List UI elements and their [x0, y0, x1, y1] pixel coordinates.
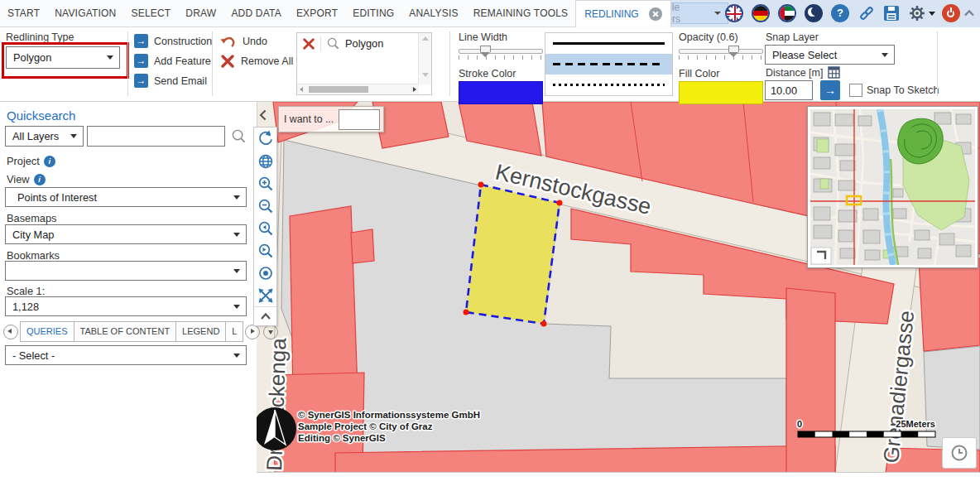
full-extent-globe-button[interactable]: [254, 150, 276, 172]
tab-export[interactable]: EXPORT: [289, 0, 345, 27]
separator: [320, 36, 321, 51]
collapse-sidebar-button[interactable]: [256, 107, 272, 123]
help-icon[interactable]: ?: [831, 4, 849, 22]
send-email-button[interactable]: → Send Email: [134, 74, 207, 88]
stroke-color-swatch[interactable]: [459, 81, 543, 104]
search-scope-select[interactable]: All Layers: [5, 126, 84, 147]
construction-button[interactable]: → Construction: [134, 34, 212, 48]
tab-add-data[interactable]: ADD DATA: [223, 0, 289, 27]
gear-dropdown-caret-icon[interactable]: [929, 12, 935, 16]
tab-legend[interactable]: LEGEND: [176, 321, 226, 342]
quicksearch-input[interactable]: [87, 126, 225, 147]
full-screen-button[interactable]: [254, 284, 276, 306]
scroll-right-icon[interactable]: [413, 87, 416, 92]
redlining-type-select[interactable]: Polygon: [6, 46, 120, 69]
redlining-type-value: Polygon: [13, 51, 51, 64]
next-extent-button[interactable]: [254, 239, 276, 262]
info-icon[interactable]: i: [44, 156, 55, 167]
snap-layer-select[interactable]: Please Select: [765, 45, 895, 65]
tab-editing[interactable]: EDITING: [345, 0, 401, 27]
arrow-right-icon: →: [134, 54, 148, 68]
sketch-list-item[interactable]: Polygon: [297, 33, 431, 54]
view-select[interactable]: Points of Interest: [5, 187, 247, 207]
tabs-scroll-left-button[interactable]: [3, 325, 18, 339]
map-viewport[interactable]: Kernstockgasse Grenadiergasse Dreihacken…: [257, 102, 980, 472]
tab-select[interactable]: SELECT: [123, 0, 178, 27]
opacity-slider-thumb[interactable]: [728, 46, 739, 52]
tab-draw[interactable]: DRAW: [178, 0, 223, 27]
line-style-dotted[interactable]: [545, 75, 672, 95]
fill-color-swatch[interactable]: [679, 81, 763, 104]
scrollbar-thumb[interactable]: [309, 86, 368, 93]
tabs-more-button[interactable]: [263, 325, 278, 339]
add-feature-button[interactable]: → Add Feature: [134, 54, 211, 68]
horizontal-scrollbar[interactable]: [297, 84, 419, 94]
basemaps-select[interactable]: City Map: [5, 224, 247, 244]
line-width-slider-thumb[interactable]: [480, 46, 491, 52]
language-english-icon[interactable]: [725, 4, 743, 22]
tabs-scroll-right-button[interactable]: [245, 325, 260, 339]
tab-remaining-tools[interactable]: REMAINING TOOLS: [466, 0, 576, 27]
center-map-button[interactable]: [254, 262, 276, 284]
i-want-to-input[interactable]: [339, 109, 380, 130]
opacity-slider[interactable]: [679, 49, 763, 60]
chevron-down-icon: [882, 53, 888, 57]
opacity-label: Opacity (0.6): [679, 31, 738, 43]
line-style-solid[interactable]: [545, 33, 672, 54]
top-menu-bar: START NAVIGATION SELECT DRAW ADD DATA EX…: [0, 0, 980, 27]
save-icon[interactable]: [882, 4, 901, 22]
time-slider-button[interactable]: [942, 437, 977, 469]
overview-map-canvas[interactable]: [810, 109, 975, 265]
zoom-out-button[interactable]: [254, 195, 276, 217]
tab-redlining-active[interactable]: REDLINING: [575, 0, 670, 27]
i-want-to-widget[interactable]: I want to ...: [278, 106, 384, 132]
expand-arrows-icon: [257, 286, 275, 305]
snap-to-sketch-checkbox[interactable]: [849, 84, 862, 97]
overview-collapse-button[interactable]: [811, 248, 831, 264]
share-link-icon[interactable]: [858, 4, 876, 22]
distance-input[interactable]: [765, 80, 813, 100]
query-select[interactable]: - Select -: [5, 345, 247, 365]
scroll-up-icon[interactable]: [422, 36, 429, 41]
apply-distance-button[interactable]: →: [820, 80, 840, 100]
search-icon[interactable]: [231, 128, 247, 144]
tab-navigation[interactable]: NAVIGATION: [47, 0, 123, 27]
scale-select[interactable]: 1,128: [5, 296, 247, 316]
tab-start[interactable]: START: [0, 0, 47, 27]
bookmarks-select[interactable]: [5, 261, 247, 281]
redline-polygon[interactable]: [466, 185, 560, 324]
zoom-in-button[interactable]: [254, 172, 276, 195]
close-icon[interactable]: [649, 7, 662, 21]
delete-sketch-icon[interactable]: [302, 37, 315, 51]
info-icon[interactable]: i: [34, 174, 46, 185]
distance-grid-icon[interactable]: [828, 66, 840, 79]
language-german-icon[interactable]: [752, 4, 770, 22]
scroll-left-icon[interactable]: [300, 87, 303, 92]
language-arabic-icon[interactable]: [778, 4, 796, 22]
remove-all-button[interactable]: Remove All: [220, 54, 293, 69]
chevron-down-icon: [233, 269, 240, 273]
settings-gear-icon[interactable]: [907, 3, 927, 23]
line-style-dashed-selected[interactable]: [545, 54, 672, 75]
zoom-in-icon: [257, 175, 275, 193]
zoom-next-icon: [257, 242, 275, 260]
previous-extent-button[interactable]: [254, 217, 276, 239]
tab-truncated[interactable]: L: [226, 321, 243, 342]
overview-map[interactable]: [807, 106, 978, 268]
refresh-map-button[interactable]: [254, 128, 276, 150]
tab-analysis[interactable]: ANALYSIS: [401, 0, 465, 27]
vertical-scrollbar[interactable]: [418, 33, 431, 84]
tab-queries[interactable]: QUERIES: [20, 321, 74, 342]
left-panel: Quicksearch All Layers Project i View i …: [0, 102, 257, 486]
collapse-ribbon-chevron-icon[interactable]: [962, 6, 977, 21]
remove-x-icon: [220, 54, 235, 69]
undo-button[interactable]: Undo: [220, 34, 267, 49]
night-mode-icon[interactable]: [805, 4, 823, 22]
logout-power-icon[interactable]: [942, 4, 960, 22]
tab-table-of-content[interactable]: TABLE OF CONTENT: [74, 321, 177, 342]
copyright-line-1: © SynerGIS Informationssysteme GmbH: [298, 410, 480, 420]
toolbar-collapse-button[interactable]: [254, 306, 276, 325]
line-width-slider[interactable]: [459, 49, 543, 60]
zoom-to-sketch-icon[interactable]: [326, 36, 340, 51]
scroll-down-icon[interactable]: [422, 73, 429, 77]
